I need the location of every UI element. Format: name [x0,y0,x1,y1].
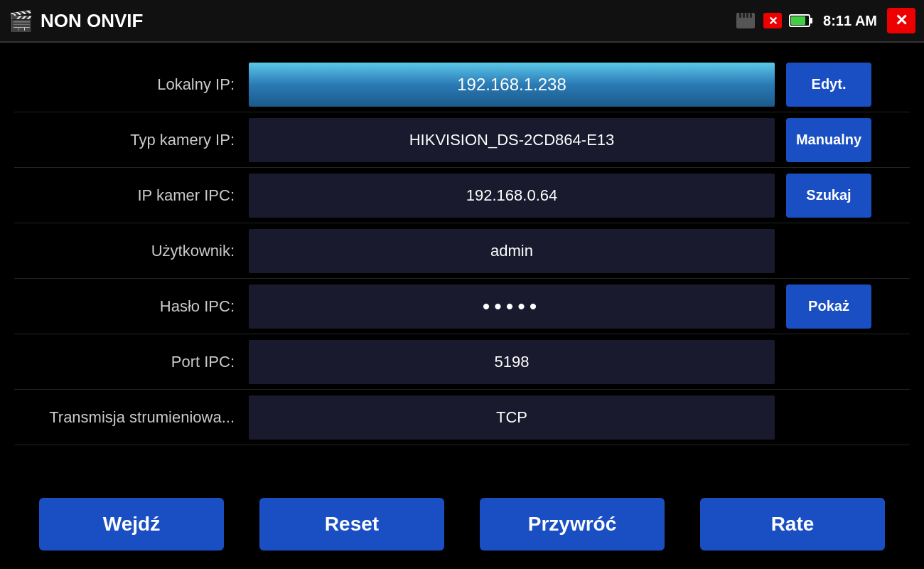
svg-rect-4 [750,13,752,18]
form-row: Port IPC:5198 [14,334,910,390]
no-signal-icon: ✕ [762,11,783,30]
svg-rect-2 [743,13,745,18]
form-label: IP kamer IPC: [14,186,249,205]
side-button[interactable]: Edyt. [786,63,871,107]
battery-icon [789,13,813,28]
form-value[interactable]: admin [249,229,775,273]
form-label: Typ kamery IP: [14,131,249,149]
svg-rect-8 [810,18,812,23]
svg-rect-0 [736,13,755,28]
form-row: Użytkownik:admin [14,223,910,279]
time-display: 8:11 AM [823,13,877,29]
top-bar: 🎬 NON ONVIF ✕ 8:11 AM ✕ [0,0,924,43]
form-row: IP kamer IPC:192.168.0.64Szukaj [14,168,910,223]
password-dots: ••••• [483,294,542,319]
app-icon: 🎬 [9,9,33,33]
form-area: Lokalny IP:192.168.1.238Edyt.Typ kamery … [0,50,924,484]
side-button[interactable]: Manualny [786,118,871,162]
bottom-buttons: Wejdź Reset Przywróć Rate [0,484,924,562]
top-bar-right: ✕ 8:11 AM ✕ [735,8,915,33]
main-content: Lokalny IP:192.168.1.238Edyt.Typ kamery … [0,43,924,569]
side-button[interactable]: Pokaż [786,284,871,329]
reset-button[interactable]: Reset [259,498,444,551]
svg-rect-3 [746,13,748,18]
wejdz-button[interactable]: Wejdź [39,498,224,551]
przywroc-button[interactable]: Przywróć [480,498,665,551]
form-row: Hasło IPC:•••••Pokaż [14,279,910,334]
form-value[interactable]: 192.168.0.64 [249,174,775,218]
rate-button[interactable]: Rate [700,498,885,551]
form-value[interactable]: 5198 [249,340,775,384]
form-row: Typ kamery IP:HIKVISION_DS-2CD864-E13Man… [14,112,910,168]
form-label: Port IPC: [14,353,249,371]
app-title: NON ONVIF [41,10,735,32]
form-label: Użytkownik: [14,242,249,260]
sd-card-icon [735,11,756,30]
form-row: Lokalny IP:192.168.1.238Edyt. [14,57,910,112]
form-value[interactable]: HIKVISION_DS-2CD864-E13 [249,118,775,162]
form-value[interactable]: TCP [249,395,775,440]
form-value[interactable]: 192.168.1.238 [249,63,775,107]
svg-rect-9 [791,16,805,25]
form-label: Hasło IPC: [14,297,249,316]
form-value[interactable]: ••••• [249,284,775,329]
form-row: Transmisja strumieniowa...TCP [14,390,910,445]
form-label: Lokalny IP: [14,75,249,94]
side-button[interactable]: Szukaj [786,174,871,218]
svg-rect-1 [739,13,741,18]
svg-text:✕: ✕ [768,15,778,27]
form-label: Transmisja strumieniowa... [14,408,249,427]
close-button[interactable]: ✕ [887,8,915,33]
